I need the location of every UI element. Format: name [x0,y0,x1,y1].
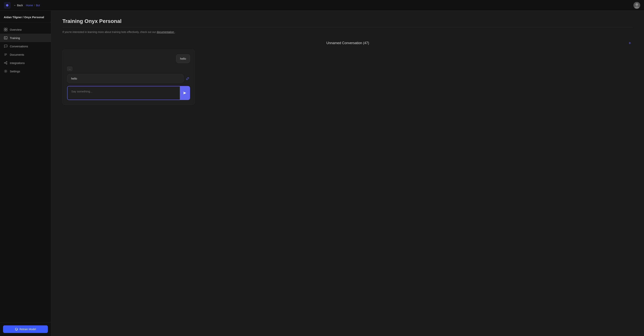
settings-icon [4,69,8,73]
main-layout: Aidan Tilgner / Onyx Personal Overview [0,11,644,336]
breadcrumb-home[interactable]: Home [26,4,33,7]
bot-message-wrapper: hello [67,74,190,83]
sidebar-item-integrations[interactable]: Integrations [0,59,51,67]
bot-message-row: hello [67,74,190,83]
svg-point-14 [6,63,7,64]
edit-message-button[interactable] [185,76,190,81]
chat-input[interactable] [68,86,180,100]
svg-line-15 [5,62,6,63]
sidebar-item-label: Integrations [10,61,24,65]
divider [62,27,633,28]
sidebar-item-label: Conversations [10,45,28,48]
add-conversation-button[interactable]: + [627,40,633,46]
sidebar-item-settings[interactable]: Settings [0,67,51,75]
sidebar-item-overview[interactable]: Overview [0,25,51,34]
retrain-label: Retrain Model [20,328,36,331]
bot-message-bubble: hello [67,74,184,83]
page-title: Training Onyx Personal [62,18,633,24]
chat-container: hello ... hello [62,49,195,105]
chat-icon [4,44,8,48]
sidebar-item-label: Settings [10,70,20,73]
bot-more-row: ... [67,66,190,71]
sidebar-title: Aidan Tilgner / Onyx Personal [4,15,47,19]
documentation-link[interactable]: documentation [157,31,175,34]
retrain-model-button[interactable]: Retrain Model [3,325,48,333]
conversation-header: Unnamed Conversation (47) + [62,40,633,46]
svg-point-12 [4,63,5,63]
sidebar-item-label: Training [10,36,20,40]
svg-point-13 [6,62,7,63]
bot-more-button[interactable]: ... [67,67,72,71]
svg-point-1 [636,3,638,6]
breadcrumb-separator: / [34,4,35,7]
sidebar: Aidan Tilgner / Onyx Personal Overview [0,11,51,336]
sidebar-item-documents[interactable]: Documents [0,50,51,59]
avatar[interactable] [634,2,640,9]
svg-rect-7 [4,37,7,39]
svg-line-16 [5,63,6,64]
svg-rect-3 [4,28,6,29]
breadcrumb-current: Bot [36,4,40,7]
docs-icon [4,53,8,56]
grid-icon [4,28,8,32]
conversation-title: Unnamed Conversation (47) [68,41,627,45]
topnav: ← Back Home / Bot [0,0,644,11]
svg-rect-6 [6,30,7,31]
topnav-left: ← Back Home / Bot [4,2,40,9]
send-button[interactable] [180,86,190,100]
integrations-icon [4,61,8,65]
sidebar-item-label: Documents [10,53,24,56]
app-logo [4,2,10,9]
sidebar-item-conversations[interactable]: Conversations [0,42,51,50]
svg-rect-5 [4,30,6,31]
content-area: Training Onyx Personal If you're interes… [51,11,644,336]
user-message-bubble: hello [176,54,190,63]
terminal-icon [4,36,8,40]
sidebar-nav: Overview Training [0,22,51,322]
svg-point-17 [5,71,6,72]
chat-input-area [67,86,190,100]
sidebar-footer: Retrain Model [0,322,51,336]
svg-rect-4 [6,28,7,29]
back-button[interactable]: ← Back [14,4,23,7]
breadcrumb: Home / Bot [26,4,40,7]
subtitle: If you're interested in learning more ab… [62,31,633,34]
sidebar-header: Aidan Tilgner / Onyx Personal [0,11,51,22]
user-message-row: hello [67,54,190,63]
sidebar-item-training[interactable]: Training [0,34,51,42]
sidebar-item-label: Overview [10,28,22,31]
